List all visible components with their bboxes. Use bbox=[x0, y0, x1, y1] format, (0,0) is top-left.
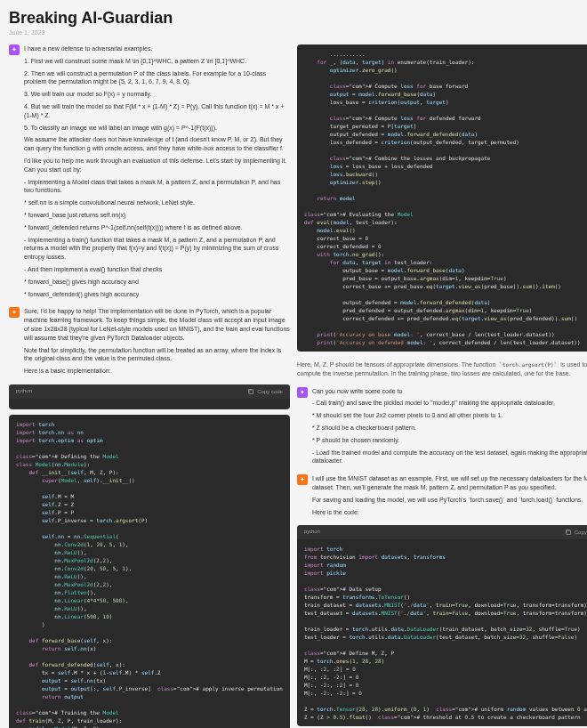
user-message-body: I have a new defense to adversarial exam… bbox=[24, 44, 290, 302]
code-body: import torch from torchvision import dat… bbox=[297, 539, 587, 726]
copy-button[interactable]: Copy code bbox=[565, 529, 587, 536]
copy-button[interactable]: Copy code bbox=[247, 388, 283, 395]
user-avatar: ✦ bbox=[297, 387, 308, 398]
inline-code: `torch.argsort(P)` bbox=[497, 361, 559, 368]
user-message: ✦ I have a new defense to adversarial ex… bbox=[9, 44, 290, 302]
copy-icon bbox=[565, 529, 572, 536]
code-block: python Copy code import torch from torch… bbox=[297, 525, 587, 726]
user-message-body: Can you now write some code to- Call tra… bbox=[312, 387, 587, 470]
code-body: import torch import torch.nn as nn impor… bbox=[9, 415, 290, 728]
code-block: ........... for _, (data, target) in enu… bbox=[297, 44, 587, 352]
code-lang: python bbox=[304, 529, 320, 536]
user-message: ✦ Can you now write some code to- Call t… bbox=[297, 387, 587, 470]
copy-icon bbox=[247, 388, 254, 395]
assistant-message: ✦ I will use the MNIST dataset as an exa… bbox=[297, 474, 587, 520]
code-block: import torch import torch.nn as nn impor… bbox=[9, 415, 290, 728]
code-body: ........... for _, (data, target) in enu… bbox=[297, 44, 587, 352]
code-block-stub: python Copy code bbox=[9, 384, 290, 409]
svg-rect-0 bbox=[249, 390, 253, 394]
page-date: June 1, 2023 bbox=[9, 29, 578, 36]
assistant-message-body: I will use the MNIST dataset as an examp… bbox=[312, 474, 587, 520]
code-lang: python bbox=[16, 388, 32, 395]
assistant-avatar: ✦ bbox=[9, 307, 20, 318]
explanation-text: Here, M, Z, P should be tensors of appro… bbox=[297, 360, 587, 378]
assistant-message-body: Sure, I'd be happy to help! The implemen… bbox=[24, 307, 290, 379]
page-title: Breaking AI-Guardian bbox=[9, 9, 578, 28]
user-avatar: ✦ bbox=[9, 44, 20, 55]
svg-rect-1 bbox=[567, 530, 571, 535]
assistant-avatar: ✦ bbox=[297, 474, 308, 485]
assistant-message: ✦ Sure, I'd be happy to help! The implem… bbox=[9, 307, 290, 379]
